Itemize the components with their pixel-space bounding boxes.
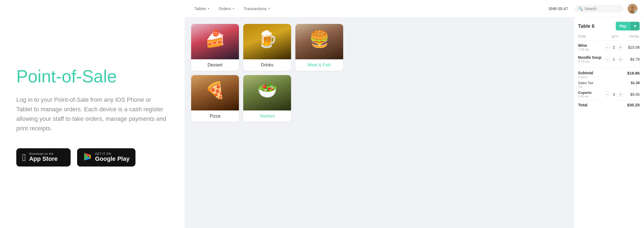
pos-navbar: Tables ▼ Orders ▼ Transactions ▼ Shift 0… — [185, 0, 644, 17]
category-card-pizza[interactable]: Pizza — [191, 75, 239, 122]
store-buttons:  Download on the App Store GET IT ON — [16, 148, 168, 166]
google-play-bottom: Google Play — [95, 155, 130, 162]
order-panel: Table 6 Pay ▼ ITEM QTY. TOTAL — [573, 17, 644, 228]
page-title: Point-of-Sale — [16, 67, 168, 86]
apple-icon:  — [22, 153, 26, 162]
coperto-qty-num: 3 — [612, 92, 616, 97]
tax-value: $1.39 — [631, 81, 640, 88]
google-play-button[interactable]: GET IT ON Google Play — [77, 148, 135, 166]
col-total-header: TOTAL — [623, 35, 640, 38]
nav-item-orders[interactable]: Orders ▼ — [215, 4, 238, 13]
wine-qty-plus[interactable]: + — [618, 45, 623, 50]
app-store-button[interactable]:  Download on the App Store — [16, 148, 71, 166]
coperto-info: Coperto 3.00 ea. — [578, 91, 604, 98]
wine-qty-num: 2 — [612, 45, 616, 50]
app-store-text: Download on the App Store — [29, 152, 58, 162]
order-item-wine: Wine 7.54 ea. − 2 + $15.08 — [578, 43, 640, 51]
svg-marker-3 — [90, 155, 91, 159]
coperto-value: $9.00 — [623, 92, 640, 97]
category-card-drinks[interactable]: Drinks — [243, 24, 291, 71]
transactions-chevron: ▼ — [268, 7, 270, 10]
coperto-label: Coperto — [578, 91, 604, 95]
pizza-image — [191, 75, 239, 110]
tax-label: Sales Tax — [578, 81, 593, 85]
col-item-header: ITEM — [578, 35, 607, 38]
drinks-label: Drinks — [243, 59, 291, 71]
google-play-icon — [83, 152, 92, 163]
shift-display: Shift 05:47 — [548, 6, 568, 11]
tables-chevron: ▼ — [207, 7, 210, 10]
search-icon: 🔍 — [578, 7, 583, 11]
meatfish-label: Meat & Fish — [295, 59, 343, 71]
noodle-qty-num: 1 — [612, 57, 616, 61]
wine-total: $15.08 — [623, 45, 640, 50]
noodle-price: 4.78 ea. — [578, 60, 604, 63]
tax-sub: 7% — [578, 85, 593, 88]
col-qty-header: QTY. — [607, 35, 623, 38]
nav-item-tables[interactable]: Tables ▼ — [191, 4, 213, 13]
orders-label: Orders — [219, 6, 231, 11]
category-card-meatfish[interactable]: Meat & Fish — [295, 24, 343, 71]
dessert-image — [191, 24, 239, 59]
noodle-name: Noodle Soup — [578, 55, 604, 60]
coperto-qty-minus[interactable]: − — [605, 92, 610, 97]
subtotal-sub: 3 items — [578, 75, 593, 79]
subtotal-label-block: Subtotal 3 items — [578, 71, 593, 79]
subtotal-value: $19.86 — [627, 71, 640, 79]
noodle-qty-minus[interactable]: − — [605, 57, 610, 62]
meatfish-image — [295, 24, 343, 59]
noodle-qty-plus[interactable]: + — [618, 57, 623, 62]
search-input[interactable] — [585, 7, 617, 11]
pos-content: Dessert Drinks Meat & Fish Pizza — [185, 17, 644, 228]
left-panel: Point-of-Sale Log in to your Point-of-Sa… — [0, 0, 185, 228]
order-divider — [578, 67, 640, 67]
app-store-top: Download on the — [29, 152, 58, 155]
search-box[interactable]: 🔍 — [574, 5, 623, 13]
coperto-row: Coperto 3.00 ea. − 3 + $9.00 — [578, 91, 640, 98]
pay-label: Pay — [616, 22, 630, 30]
avatar[interactable] — [628, 4, 637, 14]
pizza-label: Pizza — [191, 110, 239, 122]
starters-image — [243, 75, 291, 110]
category-card-dessert[interactable]: Dessert — [191, 24, 239, 71]
right-panel: Tables ▼ Orders ▼ Transactions ▼ Shift 0… — [185, 0, 644, 228]
pay-chevron: ▼ — [630, 22, 640, 30]
wine-name: Wine — [578, 43, 604, 48]
wine-price: 7.54 ea. — [578, 48, 604, 51]
tax-label-block: Sales Tax 7% — [578, 81, 593, 88]
order-columns: ITEM QTY. TOTAL — [578, 35, 640, 41]
noodle-total: $4.78 — [623, 57, 640, 61]
noodle-qty-control: − 1 + — [604, 57, 623, 62]
noodle-info: Noodle Soup 4.78 ea. — [578, 55, 604, 63]
dessert-label: Dessert — [191, 59, 239, 71]
nav-menu: Tables ▼ Orders ▼ Transactions ▼ — [191, 4, 542, 13]
total-label: Total — [578, 103, 588, 107]
wine-qty-minus[interactable]: − — [605, 45, 610, 50]
category-card-starters[interactable]: Starters — [243, 75, 291, 122]
category-grid: Dessert Drinks Meat & Fish Pizza — [191, 24, 343, 122]
total-row: Total $30.25 — [578, 100, 640, 107]
total-value: $30.25 — [627, 103, 640, 107]
order-item-noodle: Noodle Soup 4.78 ea. − 1 + $4.78 — [578, 55, 640, 63]
page-description: Log in to your Point-of-Sale from any iO… — [16, 95, 168, 133]
coperto-qty-plus[interactable]: + — [618, 92, 623, 97]
google-play-text: GET IT ON Google Play — [95, 152, 130, 162]
pay-button[interactable]: Pay ▼ — [616, 22, 640, 30]
google-play-top: GET IT ON — [95, 152, 130, 155]
transactions-label: Transactions — [244, 6, 267, 11]
category-grid-wrapper: Dessert Drinks Meat & Fish Pizza — [185, 17, 573, 228]
drinks-image — [243, 24, 291, 59]
svg-point-5 — [631, 6, 634, 9]
app-store-bottom: App Store — [29, 155, 58, 162]
order-header: Table 6 Pay ▼ — [578, 22, 640, 30]
orders-chevron: ▼ — [232, 7, 235, 10]
starters-label: Starters — [243, 110, 291, 122]
wine-info: Wine 7.54 ea. — [578, 43, 604, 51]
coperto-price: 3.00 ea. — [578, 95, 604, 98]
tax-row: Sales Tax 7% $1.39 — [578, 81, 640, 88]
subtotal-label: Subtotal — [578, 71, 593, 75]
wine-qty-control: − 2 + — [604, 45, 623, 50]
nav-item-transactions[interactable]: Transactions ▼ — [240, 4, 274, 13]
avatar-online-dot — [634, 10, 637, 13]
table-name: Table 6 — [578, 23, 595, 29]
